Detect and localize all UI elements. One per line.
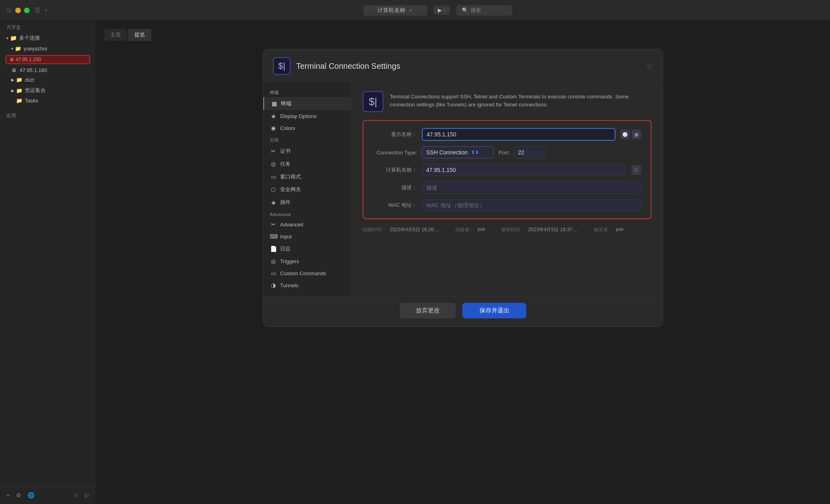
settings-item-gateway[interactable]: ⬡ 安全网关 — [263, 183, 351, 196]
settings-item-triggers[interactable]: ◎ Triggers — [263, 255, 351, 267]
dialog-body: 终端 ▦ 终端 ◈ Display Options ◉ Colors 公共 — [263, 82, 663, 296]
settings-advanced-label: Advanced — [280, 222, 303, 228]
input-settings-icon: ⌨ — [270, 233, 277, 240]
nav-chevron-icon[interactable]: ▾ — [45, 8, 47, 13]
display-name-input[interactable] — [422, 128, 615, 141]
sidebar-ip-alt[interactable]: 🖥 47.95.1.160 — [0, 66, 96, 75]
maximize-button[interactable] — [24, 8, 30, 13]
mac-input[interactable] — [422, 199, 641, 211]
content-area: 主页 提览 $| Terminal Connection Settings ☆ … — [96, 21, 830, 504]
sidebar-group-cert[interactable]: ▶ 📁 凭证集合 — [0, 85, 96, 96]
tab-home[interactable]: 主页 — [104, 29, 127, 41]
cert-folder-icon: 📁 — [16, 88, 22, 94]
desc-input[interactable] — [422, 182, 641, 194]
settings-item-window[interactable]: ▭ 窗口模式 — [263, 170, 351, 183]
settings-item-tunnels[interactable]: ◑ Tunnels — [263, 279, 351, 291]
hostname-check-icon: ✓ — [409, 7, 413, 14]
creator-value: yue — [477, 226, 485, 233]
selected-ip-text: 47.95.1.150 — [16, 57, 41, 62]
tab-preview[interactable]: 提览 — [128, 29, 151, 41]
globe-button[interactable]: 🌐 — [26, 490, 36, 500]
hostname-input[interactable] — [422, 164, 625, 176]
ip-icon: 🖥 — [9, 57, 14, 62]
settings-item-advanced[interactable]: ✂ Advanced — [263, 218, 351, 230]
nav-back-icon[interactable]: ☰ — [34, 6, 40, 14]
modified-time-item: 修改时间： 2023年4月5日 18:37:... — [501, 226, 577, 233]
settings-item-cert[interactable]: ✂ 证书 — [263, 145, 351, 158]
save-button[interactable]: 保存并退出 — [462, 303, 526, 318]
advanced-settings-icon: ✂ — [270, 221, 277, 228]
close-button[interactable] — [6, 8, 12, 13]
sidebar-group-user[interactable]: ▾ 📁 yueyazhui — [0, 44, 96, 54]
triggers-settings-icon: ◎ — [270, 258, 277, 264]
connections-chevron-icon: ▾ — [6, 36, 8, 40]
settings-item-plugin[interactable]: ◈ 插件 — [263, 196, 351, 209]
settings-item-log[interactable]: 📄 日志 — [263, 242, 351, 255]
settings-tasks-label: 任务 — [280, 160, 291, 168]
connection-type-select[interactable]: SSH Connection ⬆⬇ — [422, 146, 494, 158]
modifier-value: yue — [616, 226, 624, 233]
info-box: $| Terminal Connections support SSH, Tel… — [363, 91, 652, 112]
section-public-title: 公共 — [263, 134, 351, 145]
form-section: 显示名称： ⚪ ▦ Connection Type: SSH Connect — [363, 120, 652, 219]
titlebar-play-btn[interactable]: ▶ ▾ — [434, 6, 450, 15]
hostname-label: 计算机名称： — [373, 166, 417, 174]
modified-time-value: 2023年4月5日 18:37:... — [528, 226, 577, 233]
settings-cert-label: 证书 — [280, 148, 291, 155]
hostname-suffix-btn[interactable]: ⬡ — [632, 165, 641, 175]
star-button[interactable]: ☆ — [72, 490, 80, 500]
titlebar-hostname[interactable]: 计算机名称 ✓ — [363, 5, 427, 16]
info-icon-symbol: $| — [369, 96, 377, 108]
cert-label: 凭证集合 — [25, 87, 46, 94]
sidebar-group-zkzt[interactable]: ▶ 📁 zkzt — [0, 75, 96, 85]
add-button[interactable]: + — [5, 490, 11, 500]
cancel-button[interactable]: 放弃更改 — [400, 303, 456, 318]
titlebar: ☰ ▾ 计算机名称 ✓ ▶ ▾ 🔍 搜索 — [0, 0, 830, 21]
created-time-label: 创建时间： — [363, 226, 387, 233]
settings-item-display[interactable]: ◈ Display Options — [263, 110, 351, 122]
titlebar-search[interactable]: 🔍 搜索 — [456, 5, 512, 16]
input-circle-btn[interactable]: ⚪ — [620, 130, 630, 139]
port-input[interactable] — [513, 146, 545, 158]
meta-row: 创建时间： 2023年4月5日 16:26:... 创建者： yue 修改时间：… — [363, 226, 652, 233]
mac-row: MAC 地址： — [373, 199, 641, 211]
settings-terminal-label: 终端 — [281, 100, 291, 107]
connection-type-label: Connection Type: — [373, 150, 417, 156]
main-layout: 月牙盒 ▾ 📁 多个连接 ▾ 📁 yueyazhui 🖥 47.95.1.150… — [0, 21, 830, 504]
settings-item-input[interactable]: ⌨ Input — [263, 230, 351, 242]
run-button[interactable]: ▷ — [83, 490, 91, 500]
selected-ip-row[interactable]: 🖥 47.95.1.150 — [2, 54, 93, 65]
desc-label: 描述： — [373, 184, 417, 191]
info-terminal-icon: $| — [363, 91, 383, 112]
section-terminal-title: 终端 — [263, 86, 351, 97]
tasks-folder-icon: 📁 — [16, 98, 22, 104]
display-name-row: 显示名称： ⚪ ▦ — [373, 128, 641, 141]
sidebar-group-connections[interactable]: ▾ 📁 多个连接 — [0, 32, 96, 44]
settings-item-custom-commands[interactable]: ▭ Custom Commands — [263, 267, 351, 279]
log-settings-icon: 📄 — [270, 246, 277, 252]
input-grid-btn[interactable]: ▦ — [632, 130, 641, 139]
selected-ip-badge[interactable]: 🖥 47.95.1.150 — [6, 55, 90, 64]
search-placeholder-text: 搜索 — [471, 7, 481, 14]
plugin-settings-icon: ◈ — [270, 199, 277, 206]
tasks-label: Tasks — [25, 98, 38, 104]
settings-button[interactable]: ⚙ — [14, 490, 23, 500]
dialog-icon: $| — [273, 57, 291, 75]
settings-panel: 终端 ▦ 终端 ◈ Display Options ◉ Colors 公共 — [263, 82, 351, 296]
settings-item-terminal[interactable]: ▦ 终端 — [263, 97, 351, 110]
play-chevron-icon: ▾ — [443, 8, 446, 13]
settings-item-tasks[interactable]: ◎ 任务 — [263, 158, 351, 170]
dialog-star-button[interactable]: ☆ — [646, 61, 653, 71]
user-folder-icon: 📁 — [15, 46, 21, 52]
minimize-button[interactable] — [15, 8, 21, 13]
cert-chevron-icon: ▶ — [11, 88, 14, 93]
section-advanced-title: Advanced — [263, 209, 351, 218]
hostname-text: 计算机名称 — [377, 7, 405, 14]
created-time-item: 创建时间： 2023年4月5日 16:26:... — [363, 226, 439, 233]
zkzt-chevron-icon: ▶ — [11, 78, 14, 82]
tabs-bar: 主页 提览 — [104, 29, 822, 41]
custom-commands-settings-icon: ▭ — [270, 270, 277, 276]
settings-item-colors[interactable]: ◉ Colors — [263, 122, 351, 134]
modifier-label: 修改者： — [593, 226, 613, 233]
sidebar-tasks[interactable]: 📁 Tasks — [0, 96, 96, 105]
